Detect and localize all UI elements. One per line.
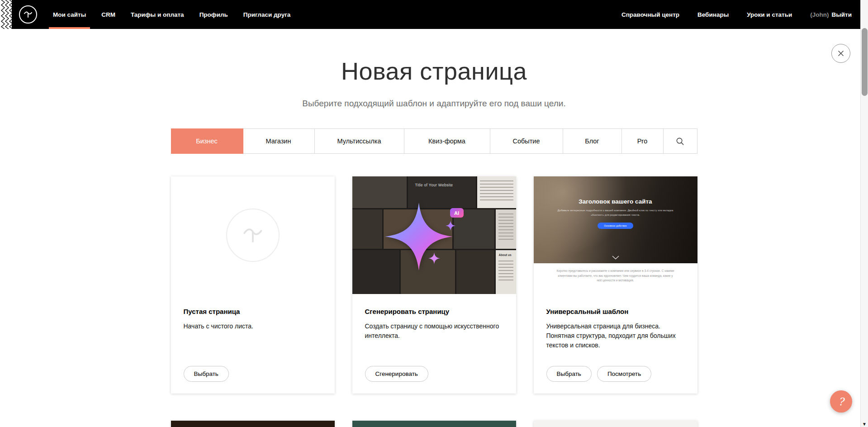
ai-sparkle-icon [385,203,453,270]
card-actions: Выбрать [184,366,322,382]
nav-item-lessons[interactable]: Уроки и статьи [747,11,792,18]
close-button[interactable] [831,44,850,63]
blank-page-preview[interactable] [171,176,335,294]
nav-item-pricing[interactable]: Тарифы и оплата [123,0,192,29]
tab-search[interactable] [664,129,697,153]
card-body: Универсальный шаблон Универсальная стран… [534,294,697,394]
nav-item-webinars[interactable]: Вебинары [697,11,729,18]
collage-tile [477,176,516,208]
ai-sparkle-small-icon [428,252,440,264]
page-scrollbar: ▼ [860,0,868,427]
tab-event[interactable]: Событие [490,129,563,153]
preview-about-label: About us [496,250,516,256]
collage-tile: About us [496,250,516,294]
nav-item-my-sites[interactable]: Мои сайты [45,0,94,29]
tab-blog[interactable]: Блог [563,129,622,153]
tab-multilink[interactable]: Мультиссылка [315,129,404,153]
choose-blank-button[interactable]: Выбрать [184,366,229,382]
template-cards-row-2 [171,421,697,427]
nav-item-crm[interactable]: CRM [94,0,123,29]
template-hero-text: Добавьте интересные подробности о вашей … [556,209,674,217]
card-blank-page: Пустая страница Начать с чистого листа. … [171,176,335,394]
nav-user-block: (John)Выйти [810,11,852,18]
choose-template-button[interactable]: Выбрать [546,366,592,382]
page-title: Новая страница [171,57,697,85]
card-title: Универсальный шаблон [546,308,685,315]
card-partial-2 [352,421,516,427]
collage-tile [456,250,494,294]
template-category-tabs: Бизнес Магазин Мультиссылка Квиз-форма С… [171,128,697,154]
close-icon [837,50,844,57]
top-navbar: Мои сайты CRM Тарифы и оплата Профиль Пр… [0,0,868,29]
card-body: Пустая страница Начать с чистого листа. … [171,294,335,394]
card-actions: Сгенерировать [365,366,503,382]
tilda-watermark-icon [226,209,280,262]
generate-button[interactable]: Сгенерировать [365,366,428,382]
card-title: Пустая страница [184,308,322,315]
page-subtitle: Выберите подходящий шаблон и адаптируйте… [171,99,697,109]
partial-preview-light[interactable] [534,421,697,427]
card-description: Создать страницу с помощью искусственног… [365,322,503,341]
tab-store[interactable]: Магазин [243,129,315,153]
preview-site-title: Title of Your Website [352,183,516,187]
tilda-logo-icon [19,5,37,24]
tab-quiz-form[interactable]: Квиз-форма [404,129,490,153]
nav-item-profile[interactable]: Профиль [192,0,236,29]
template-preview[interactable]: Заголовок вашего сайта Добавьте интересн… [534,176,697,294]
partial-preview-teal[interactable] [352,421,516,427]
ai-preview[interactable]: About us Title of Your Website [352,176,516,294]
help-button[interactable]: ? [830,390,852,413]
collage-tile [496,209,516,249]
collage-tile [352,209,382,249]
card-title: Сгенерировать страницу [365,308,503,315]
nav-item-invite-friend[interactable]: Пригласи друга [236,0,298,29]
zigzag-pattern-icon [0,0,12,29]
ai-badge: AI [450,208,464,218]
partial-preview-dark[interactable] [171,421,335,427]
tilda-logo[interactable] [12,0,45,29]
card-partial-3 [534,421,697,427]
nav-menu-right: Справочный центр Вебинары Уроки и статьи… [621,0,852,29]
template-body-text: Коротко представьтесь и расскажите о ком… [556,269,674,283]
main-content: Новая страница Выберите подходящий шабло… [171,57,697,427]
scrollbar-down-arrow[interactable]: ▼ [861,422,868,427]
card-actions: Выбрать Посмотреть [546,366,685,382]
card-description: Начать с чистого листа. [184,322,322,331]
nav-item-help-center[interactable]: Справочный центр [621,11,679,18]
nav-menu-left: Мои сайты CRM Тарифы и оплата Профиль Пр… [45,0,298,29]
card-description: Универсальная страница для бизнеса. Поня… [546,322,685,350]
search-icon [676,137,684,146]
chevron-down-icon [612,256,619,260]
ai-sparkle-small-icon [446,221,455,231]
card-universal-template: Заголовок вашего сайта Добавьте интересн… [534,176,697,394]
user-name: (John) [810,11,829,18]
card-body: Сгенерировать страницу Создать страницу … [352,294,516,394]
template-body: Коротко представьтесь и расскажите о ком… [534,263,697,294]
card-partial-1 [171,421,335,427]
tab-business[interactable]: Бизнес [171,129,243,153]
template-hero-button: Основное действие [598,223,633,229]
template-cards-row: Пустая страница Начать с чистого листа. … [171,176,697,394]
template-hero-title: Заголовок вашего сайта [579,198,652,205]
logout-link[interactable]: Выйти [832,11,852,18]
template-hero: Заголовок вашего сайта Добавьте интересн… [534,176,697,263]
zigzag-decoration [0,0,12,29]
card-ai-generate: About us Title of Your Website [352,176,516,394]
scrollbar-thumb[interactable] [862,28,868,96]
tab-pro[interactable]: Pro [622,129,664,153]
preview-template-button[interactable]: Посмотреть [597,366,651,382]
